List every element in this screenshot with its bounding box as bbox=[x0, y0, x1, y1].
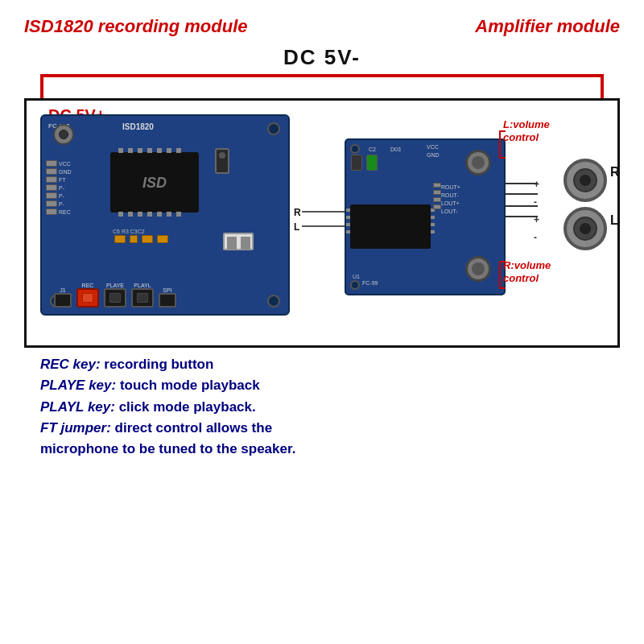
amp-fc99-label: FC-99 bbox=[362, 280, 378, 286]
wire-rout-minus bbox=[506, 193, 538, 195]
amp-module: C4 C2 D03 VCC GND bbox=[345, 138, 506, 295]
speaker-l-icon bbox=[564, 207, 607, 250]
playl-button[interactable] bbox=[131, 288, 154, 308]
comp-labels: C6 R3 C3C2 bbox=[113, 229, 145, 234]
isd-text: ISD bbox=[142, 174, 167, 191]
wire-lout-plus bbox=[506, 205, 538, 207]
amp-mount-tl bbox=[350, 144, 360, 154]
vol-label-l: L:volumecontrol bbox=[503, 118, 550, 143]
text-line-5: microphone to be tuned to the speaker. bbox=[40, 439, 636, 460]
small-components bbox=[114, 235, 168, 243]
playe-btn-group: PLAYE bbox=[104, 283, 126, 308]
rec-label: REC bbox=[82, 283, 94, 288]
vol-label-r: R:volumecontrol bbox=[503, 259, 551, 284]
spi-label: SPI bbox=[163, 287, 171, 293]
amp-mount-bl bbox=[350, 280, 360, 290]
playe-label: PLAYE bbox=[106, 283, 124, 288]
wire-rout-plus bbox=[506, 183, 538, 184]
diagram-area: DC 5V+ FC-115 ISD1820 bbox=[24, 74, 620, 364]
spi-connector bbox=[159, 293, 176, 308]
wire-label-r: R bbox=[294, 207, 301, 218]
wire-l-horiz bbox=[302, 225, 346, 227]
rec-btn-group: REC bbox=[76, 283, 99, 308]
wire-r-horiz bbox=[302, 211, 346, 213]
ic-chip: ISD bbox=[110, 152, 199, 213]
title-right: Amplifier module bbox=[475, 16, 620, 37]
playl-btn-group: PLAYL bbox=[131, 283, 154, 308]
title-left: ISD1820 recording module bbox=[24, 16, 248, 37]
red-wire-top bbox=[40, 74, 604, 98]
amp-gnd-label: GND bbox=[427, 152, 440, 158]
amp-d03-label: D03 bbox=[390, 147, 401, 152]
microphone-icon bbox=[53, 124, 74, 145]
speaker-r-label: R bbox=[610, 165, 620, 180]
pin-headers-left: VCC GND FT P- P- bbox=[46, 160, 72, 215]
speaker-l-label: L bbox=[610, 213, 618, 228]
bracket-r bbox=[499, 261, 506, 289]
amp-c2-label: C2 bbox=[369, 147, 376, 152]
header-row: ISD1820 recording module Amplifier modul… bbox=[24, 16, 620, 37]
volume-knob-r[interactable] bbox=[465, 256, 491, 282]
mount-hole-br bbox=[267, 295, 280, 308]
text-line-2: PLAYE key: touch mode playback bbox=[40, 375, 636, 396]
isd-module: FC-115 ISD1820 bbox=[40, 114, 290, 316]
wire-lout-minus bbox=[506, 216, 538, 217]
j1-btn-group: J1 bbox=[54, 287, 72, 308]
isd-chip-label: ISD1820 bbox=[122, 122, 154, 131]
amp-u1-label: U1 bbox=[353, 274, 360, 279]
spi-btn-group: SPI bbox=[159, 287, 176, 308]
mount-hole-tr bbox=[267, 122, 280, 135]
amp-pin-labels: ROUT+ ROUT- LOUT+ LOUT- bbox=[441, 184, 460, 214]
page: ISD1820 recording module Amplifier modul… bbox=[0, 0, 644, 644]
text-line-1: REC key: recording button bbox=[40, 354, 636, 375]
capacitor-icon bbox=[215, 148, 229, 174]
connector bbox=[223, 233, 254, 250]
bottom-text-area: REC key: recording button PLAYE key: tou… bbox=[40, 354, 636, 460]
bracket-l bbox=[499, 130, 506, 159]
playe-button[interactable] bbox=[104, 288, 126, 308]
buttons-row: J1 REC PLAYE bbox=[54, 283, 176, 308]
amp-vcc-label: VCC bbox=[427, 144, 439, 150]
j1-label: J1 bbox=[60, 287, 65, 293]
text-line-3: PLAYL key: click mode playback. bbox=[40, 397, 636, 418]
dc-label-top: DC 5V- bbox=[24, 45, 620, 70]
rec-button[interactable] bbox=[76, 288, 99, 308]
pm-signs-top: + - + - bbox=[534, 179, 539, 243]
speaker-r-icon bbox=[564, 159, 607, 202]
text-line-4: FT jumper: direct control allows the bbox=[40, 418, 636, 439]
wire-label-l: L bbox=[294, 221, 299, 233]
j1-button[interactable] bbox=[54, 293, 72, 308]
playl-label: PLAYL bbox=[134, 283, 151, 288]
amp-ic-chip bbox=[350, 204, 431, 249]
volume-knob-l[interactable] bbox=[465, 150, 491, 175]
